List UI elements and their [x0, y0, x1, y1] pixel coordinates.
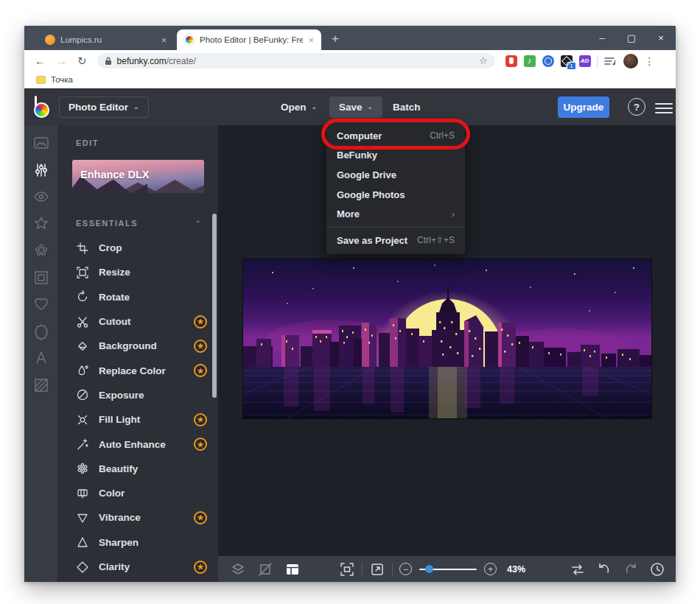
menu-item-more[interactable]: More › — [326, 204, 465, 224]
forward-icon[interactable]: → — [56, 55, 67, 67]
menu-item-computer[interactable]: Computer Ctrl+S — [326, 126, 465, 146]
address-bar[interactable]: befunky.com/create/ ☆ — [97, 53, 495, 69]
reload-icon[interactable]: ↻ — [77, 55, 87, 68]
menu-item-save-as-project[interactable]: Save as Project Ctrl+⇧+S — [326, 231, 465, 250]
flatten-layers-icon[interactable] — [230, 561, 246, 577]
tool-auto-enhance[interactable]: Auto Enhance ★ — [57, 432, 218, 456]
globe-extension-icon[interactable] — [542, 55, 554, 67]
maximize-button[interactable]: ▢ — [617, 26, 646, 50]
tool-resize[interactable]: Resize — [57, 260, 218, 284]
app-menu-button[interactable]: Photo Editor ⌄ — [59, 96, 149, 118]
layout-grid-icon[interactable] — [284, 561, 301, 577]
tool-beautify[interactable]: Beautify — [57, 457, 218, 481]
tab-lumpics[interactable]: Lumpics.ru × — [38, 29, 174, 50]
hamburger-menu-icon[interactable] — [655, 100, 673, 116]
canvas-image[interactable] — [243, 259, 651, 418]
zoom-slider[interactable] — [419, 569, 477, 570]
save-button[interactable]: Save ⌄ — [329, 96, 382, 118]
help-icon[interactable]: ? — [628, 98, 645, 116]
batch-button[interactable]: Batch — [383, 96, 430, 118]
zoom-level: 43% — [507, 564, 525, 575]
sharpen-icon — [76, 535, 89, 549]
panel-scrollbar[interactable] — [212, 214, 217, 398]
extensions: ♪ 1 AD — [505, 55, 591, 67]
frames-icon[interactable] — [32, 269, 50, 287]
save-dropdown-menu: Computer Ctrl+S BeFunky Google Drive Goo… — [326, 122, 465, 254]
tool-color[interactable]: Color — [57, 481, 218, 505]
tab-title: Lumpics.ru — [60, 35, 155, 44]
section-edit-label: EDIT — [76, 138, 99, 147]
tool-replace-color[interactable]: Replace Color ★ — [57, 358, 218, 382]
redo-icon[interactable] — [623, 561, 639, 577]
minimize-button[interactable]: – — [587, 26, 617, 50]
befunky-logo-icon[interactable] — [34, 96, 52, 118]
zoom-in-button[interactable]: + — [484, 563, 497, 575]
close-button[interactable]: × — [646, 26, 676, 50]
bookmark-item[interactable]: Точка — [51, 75, 73, 84]
cube-extension-icon[interactable]: 1 — [561, 55, 573, 67]
premium-star-badge: ★ — [194, 438, 207, 451]
tool-clarity[interactable]: Clarity ★ — [57, 555, 218, 579]
adblock-icon[interactable] — [505, 55, 517, 67]
menu-item-google-photos[interactable]: Google Photos — [326, 185, 465, 205]
vibrance-icon — [76, 511, 89, 524]
bookmark-star-icon[interactable]: ☆ — [479, 55, 488, 66]
graphics-heart-icon[interactable] — [32, 295, 50, 313]
clarity-icon — [76, 561, 89, 574]
compare-icon[interactable] — [570, 561, 586, 577]
bookmarks-bar: Точка — [24, 71, 676, 88]
fullscreen-icon[interactable] — [369, 561, 385, 577]
artsy-icon[interactable] — [32, 242, 50, 259]
collapse-chevron-icon[interactable]: ⌃ — [195, 220, 201, 228]
tool-vibrance[interactable]: Vibrance ★ — [57, 505, 218, 530]
browser-menu-icon[interactable]: ⋮ — [645, 55, 655, 67]
history-clock-icon[interactable] — [649, 561, 665, 577]
tool-list: Crop Resize Rotate Cutout ★ Background ★ — [57, 236, 218, 579]
touchup-star-icon[interactable] — [32, 215, 50, 233]
fit-screen-icon[interactable] — [339, 561, 355, 577]
tab-close-icon[interactable]: × — [308, 35, 314, 46]
tool-exposure[interactable]: Exposure — [57, 383, 218, 407]
textures-icon[interactable] — [32, 376, 50, 394]
tab-befunky[interactable]: Photo Editor | BeFunky: Free Onli × — [177, 29, 321, 50]
menu-item-befunky[interactable]: BeFunky — [326, 146, 465, 166]
ad-extension-icon[interactable]: AD — [579, 55, 591, 67]
tool-sharpen[interactable]: Sharpen — [57, 530, 218, 555]
befunky-favicon-icon — [184, 35, 195, 45]
undo-icon[interactable] — [596, 561, 612, 577]
rotate-icon — [76, 290, 89, 303]
enhance-dlx-banner[interactable]: Enhance DLX — [72, 160, 204, 193]
section-essentials-label: ESSENTIALS — [76, 219, 138, 228]
upgrade-button[interactable]: Upgrade — [558, 96, 609, 118]
edit-sliders-icon[interactable] — [32, 161, 50, 179]
zoom-slider-knob[interactable] — [425, 565, 433, 573]
tool-fill-light[interactable]: Fill Light ★ — [57, 407, 218, 432]
overlays-badge-icon[interactable] — [32, 323, 50, 340]
crop-canvas-icon[interactable] — [257, 561, 273, 577]
app-header: Photo Editor ⌄ Open ⌄ Save ⌄ Batch Upgra… — [24, 88, 676, 125]
profile-avatar[interactable] — [623, 54, 638, 69]
text-icon[interactable] — [32, 349, 50, 367]
tool-rotate[interactable]: Rotate — [57, 285, 218, 309]
new-tab-button[interactable]: + — [332, 32, 339, 50]
premium-star-badge: ★ — [194, 340, 207, 353]
effects-eye-icon[interactable] — [32, 188, 50, 206]
edit-panel: EDIT Enhance DLX ESSENTIALS ⌃ Crop Resiz… — [57, 125, 218, 582]
tool-crop[interactable]: Crop — [57, 236, 218, 260]
music-extension-icon[interactable]: ♪ — [524, 55, 536, 67]
tool-cutout[interactable]: Cutout ★ — [57, 309, 218, 334]
photos-icon[interactable] — [32, 134, 50, 152]
shortcut: Ctrl+⇧+S — [417, 235, 455, 245]
tool-background[interactable]: Background ★ — [57, 334, 218, 358]
color-icon — [76, 487, 89, 500]
shortcut: Ctrl+S — [430, 130, 455, 141]
bookmark-folder-icon — [36, 76, 46, 84]
back-icon[interactable]: ← — [35, 55, 46, 67]
url-text: befunky.com/create/ — [117, 56, 196, 66]
tab-close-icon[interactable]: × — [161, 35, 167, 46]
menu-item-google-drive[interactable]: Google Drive — [326, 165, 465, 185]
reading-list-icon[interactable] — [603, 55, 617, 67]
crop-icon — [76, 242, 89, 255]
zoom-out-button[interactable]: − — [399, 563, 412, 575]
open-button[interactable]: Open ⌄ — [271, 96, 326, 118]
